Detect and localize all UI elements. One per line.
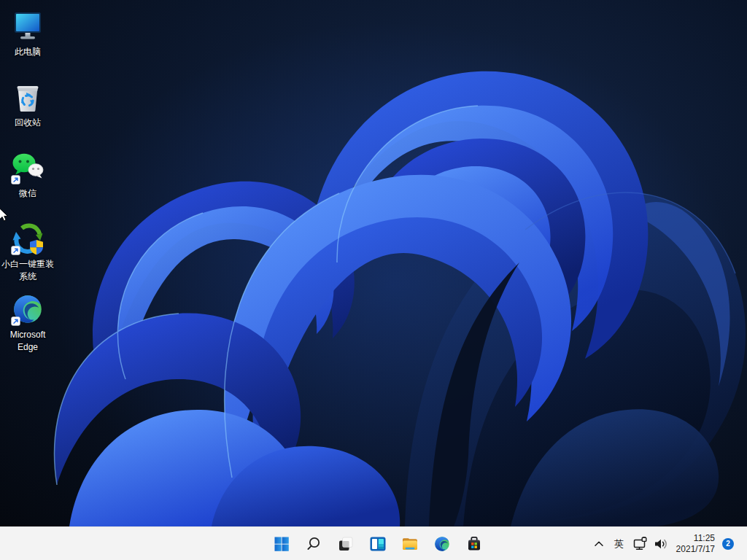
shortcut-arrow-icon [11, 175, 20, 184]
desktop-icon-microsoft-edge[interactable]: MicrosoftEdge [0, 289, 55, 354]
search-button[interactable] [299, 529, 328, 559]
widgets-icon [369, 535, 387, 553]
system-tray: 英 11:25 2021/7/17 [589, 527, 747, 560]
tray-date: 2021/7/17 [676, 544, 715, 555]
quick-settings-button[interactable] [630, 529, 672, 559]
desktop-icon-label: 回收站 [0, 117, 55, 129]
notification-badge: 2 [722, 538, 734, 550]
task-view-icon [337, 535, 355, 553]
desktop-icon-wechat[interactable]: 微信 [0, 147, 55, 200]
desktop-icon-label: 小白一键重装系统 [0, 258, 55, 283]
ethernet-icon [632, 536, 649, 552]
ime-label: 英 [614, 537, 624, 551]
mouse-cursor [0, 208, 9, 222]
desktop-icon-recycle-bin[interactable]: 回收站 [0, 77, 55, 129]
windows-desktop: 此电脑 [0, 0, 747, 560]
search-icon [305, 535, 322, 553]
desktop-icon-xiaobai-reinstall[interactable]: 小白一键重装系统 [0, 218, 55, 283]
widgets-button[interactable] [363, 529, 392, 559]
file-explorer-button[interactable] [395, 529, 425, 559]
shortcut-arrow-icon [11, 246, 20, 255]
wallpaper-bloom [0, 0, 747, 526]
chevron-up-icon [591, 536, 607, 552]
clock[interactable]: 11:25 2021/7/17 [672, 529, 719, 559]
this-pc-icon [10, 9, 45, 44]
microsoft-store-button[interactable] [460, 529, 489, 559]
tray-overflow-button[interactable] [589, 529, 609, 559]
file-explorer-icon [401, 535, 419, 553]
recycle-bin-icon [10, 79, 45, 114]
desktop-icon-label: 此电脑 [0, 46, 55, 58]
edge-button[interactable] [427, 529, 457, 559]
notification-center-button[interactable]: 2 [719, 529, 737, 559]
tray-time: 11:25 [694, 533, 715, 544]
taskbar: 英 11:25 2021/7/17 [0, 526, 747, 560]
start-button[interactable] [267, 529, 296, 559]
edge-icon [433, 535, 451, 553]
desktop-icon-this-pc[interactable]: 此电脑 [0, 6, 55, 58]
task-view-button[interactable] [331, 529, 360, 559]
microsoft-store-icon [465, 535, 483, 553]
taskbar-center-buttons [266, 527, 490, 560]
edge-icon [10, 292, 45, 327]
xiaobai-reinstall-icon [10, 221, 45, 256]
desktop-icon-label: MicrosoftEdge [0, 329, 55, 354]
desktop-icon-label: 微信 [0, 187, 55, 200]
ime-indicator[interactable]: 英 [609, 529, 630, 559]
wechat-icon [10, 150, 45, 185]
windows-logo-icon [273, 535, 290, 553]
volume-icon [653, 536, 669, 552]
shortcut-arrow-icon [11, 316, 20, 326]
